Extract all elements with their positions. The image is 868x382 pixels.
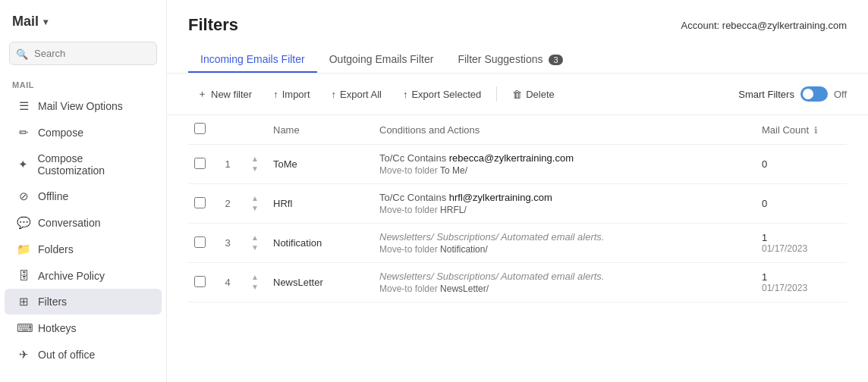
cond-folder: HRFL/ — [440, 205, 467, 215]
new-filter-button[interactable]: ＋ New filter — [188, 83, 261, 105]
sidebar-item-archive-policy[interactable]: 🗄 Archive Policy — [5, 263, 162, 288]
sidebar-item-label: Mail View Options — [38, 100, 123, 112]
sidebar-item-label: Folders — [38, 243, 74, 255]
table-header-row: Name Conditions and Actions Mail Count ℹ — [188, 115, 847, 145]
toolbar: ＋ New filter ↑ Import ↑ Export All ↑ Exp… — [167, 74, 868, 115]
delete-icon: 🗑 — [512, 89, 522, 100]
cond-type: To/Cc Contains rebecca@zylkertraining.co… — [379, 152, 750, 164]
row-number: 4 — [212, 263, 243, 302]
sidebar-item-folders[interactable]: 📁 Folders — [5, 236, 162, 262]
sidebar-item-conversation[interactable]: 💬 Conversation — [5, 210, 162, 236]
row-checkbox[interactable] — [194, 158, 206, 169]
new-filter-label: New filter — [211, 89, 252, 100]
export-selected-icon: ↑ — [403, 89, 408, 100]
logo-text: Mail — [12, 14, 39, 30]
delete-button[interactable]: 🗑 Delete — [503, 84, 564, 105]
export-all-button[interactable]: ↑ Export All — [322, 84, 391, 105]
row-conditions: To/Cc Contains rebecca@zylkertraining.co… — [373, 145, 756, 184]
order-up-btn[interactable]: ▲ — [250, 155, 259, 164]
smart-filters-toggle[interactable] — [800, 86, 828, 102]
tab-badge: 3 — [549, 55, 562, 65]
count-number: 1 — [762, 271, 841, 283]
import-icon: ↑ — [273, 89, 278, 100]
toolbar-divider — [496, 86, 497, 102]
order-down-btn[interactable]: ▼ — [250, 283, 259, 292]
row-checkbox[interactable] — [194, 276, 206, 287]
tab-outgoing[interactable]: Outgoing Emails Filter — [317, 47, 446, 73]
toggle-slider — [800, 86, 828, 102]
mail-view-options-icon: ☰ — [17, 99, 30, 113]
export-selected-label: Export Selected — [411, 89, 481, 100]
page-title: Filters — [188, 15, 238, 35]
archive-policy-icon: 🗄 — [17, 269, 30, 282]
filters-icon: ⊞ — [17, 295, 30, 308]
order-up-btn[interactable]: ▲ — [250, 194, 259, 203]
smart-filters-group: Smart Filters Off — [738, 86, 847, 102]
row-checkbox[interactable] — [194, 197, 206, 208]
sidebar-item-out-of-office[interactable]: ✈ Out of office — [5, 342, 162, 368]
order-down-btn[interactable]: ▼ — [250, 204, 259, 213]
hotkeys-icon: ⌨ — [17, 321, 30, 335]
row-count: 101/17/2023 — [756, 263, 847, 302]
col-header-conditions: Conditions and Actions — [373, 115, 756, 145]
cond-move: Move-to folder NewsLetter/ — [379, 283, 750, 294]
search-input[interactable] — [9, 42, 157, 65]
app-logo[interactable]: Mail ▾ — [0, 8, 166, 42]
plus-icon: ＋ — [197, 87, 207, 101]
col-header-name: Name — [267, 115, 373, 145]
row-checkbox-cell — [188, 224, 212, 263]
row-checkbox-cell — [188, 145, 212, 184]
order-down-btn[interactable]: ▼ — [250, 164, 259, 174]
sidebar-item-label: Filters — [38, 296, 67, 308]
sidebar-item-hotkeys[interactable]: ⌨ Hotkeys — [5, 315, 162, 341]
count-number: 0 — [762, 198, 841, 209]
order-up-btn[interactable]: ▲ — [250, 273, 259, 282]
account-label: Account: — [681, 20, 720, 31]
cond-folder: Notification/ — [440, 244, 488, 255]
sidebar-item-filters[interactable]: ⊞ Filters — [5, 289, 162, 315]
cond-value: hrfl@zylkertraining.com — [449, 192, 552, 203]
tab-incoming[interactable]: Incoming Emails Filter — [188, 47, 317, 73]
offline-icon: ⊘ — [17, 189, 30, 203]
account-info: Account: rebecca@zylkertraining.com — [681, 20, 847, 31]
count-date: 01/17/2023 — [762, 243, 841, 254]
col-header-order — [243, 115, 267, 145]
logo-chevron: ▾ — [43, 17, 48, 27]
compose-customization-icon: ✦ — [17, 158, 30, 171]
sidebar-item-compose-customization[interactable]: ✦ Compose Customization — [5, 146, 162, 183]
row-conditions: Newsletters/ Subscriptions/ Automated em… — [373, 224, 756, 263]
count-info-icon[interactable]: ℹ — [814, 125, 818, 136]
sidebar-item-offline[interactable]: ⊘ Offline — [5, 183, 162, 209]
export-all-icon: ↑ — [332, 89, 337, 100]
sidebar-item-label: Archive Policy — [38, 270, 105, 282]
cond-type: Newsletters/ Subscriptions/ Automated em… — [379, 271, 750, 282]
cond-move: Move-to folder Notification/ — [379, 244, 750, 255]
row-order-btns: ▲ ▼ — [243, 224, 267, 263]
sidebar-section-label: MAIL — [0, 74, 166, 92]
cond-folder: To Me/ — [440, 165, 467, 176]
export-selected-button[interactable]: ↑ Export Selected — [394, 84, 490, 105]
main-header: Filters Account: rebecca@zylkertraining.… — [167, 0, 868, 74]
row-checkbox[interactable] — [194, 236, 206, 248]
sidebar-item-mail-view-options[interactable]: ☰ Mail View Options — [5, 93, 162, 119]
row-order-btns: ▲ ▼ — [243, 145, 267, 184]
search-container: 🔍 — [9, 42, 157, 65]
sidebar-item-compose[interactable]: ✏ Compose — [5, 120, 162, 146]
order-up-btn[interactable]: ▲ — [250, 233, 259, 243]
col-header-count: Mail Count ℹ — [756, 115, 847, 145]
order-down-btn[interactable]: ▼ — [250, 243, 259, 252]
cond-move: Move-to folder To Me/ — [379, 165, 750, 176]
folders-icon: 📁 — [17, 243, 30, 256]
table-row: 1 ▲ ▼ ToMe To/Cc Contains rebecca@zylker… — [188, 145, 847, 184]
sidebar-item-label: Hotkeys — [38, 322, 77, 334]
row-count: 0 — [756, 184, 847, 224]
conversation-icon: 💬 — [17, 216, 30, 230]
out-of-office-icon: ✈ — [17, 348, 30, 362]
tabs: Incoming Emails FilterOutgoing Emails Fi… — [188, 47, 847, 73]
row-name: HRfl — [267, 184, 373, 224]
sidebar-item-label: Offline — [38, 190, 68, 202]
select-all-checkbox[interactable] — [194, 123, 206, 134]
import-button[interactable]: ↑ Import — [264, 84, 319, 105]
sidebar-item-label: Compose — [38, 127, 83, 139]
tab-suggestions[interactable]: Filter Suggestions 3 — [445, 47, 574, 73]
